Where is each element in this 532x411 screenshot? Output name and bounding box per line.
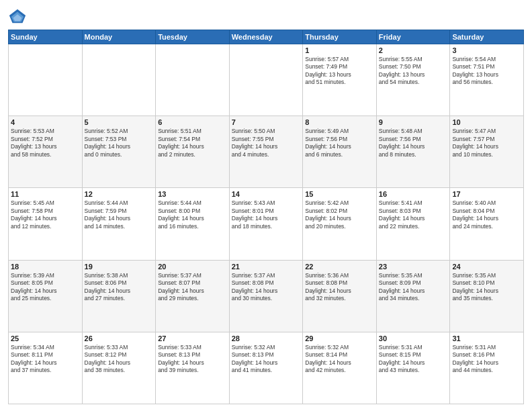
day-number: 16 (379, 190, 448, 198)
calendar-cell: 25Sunrise: 5:34 AM Sunset: 8:11 PM Dayli… (9, 332, 83, 404)
day-info: Sunrise: 5:40 AM Sunset: 8:04 PM Dayligh… (452, 199, 521, 230)
calendar-cell: 1Sunrise: 5:57 AM Sunset: 7:49 PM Daylig… (303, 44, 377, 116)
weekday-header-row: SundayMondayTuesdayWednesdayThursdayFrid… (9, 30, 524, 44)
calendar-cell: 27Sunrise: 5:33 AM Sunset: 8:13 PM Dayli… (156, 332, 230, 404)
calendar-row-3: 11Sunrise: 5:45 AM Sunset: 7:58 PM Dayli… (9, 188, 524, 260)
day-info: Sunrise: 5:44 AM Sunset: 7:59 PM Dayligh… (85, 199, 154, 230)
logo-icon (8, 7, 27, 26)
calendar-cell: 6Sunrise: 5:51 AM Sunset: 7:54 PM Daylig… (156, 116, 230, 188)
page-header (8, 7, 524, 26)
day-info: Sunrise: 5:52 AM Sunset: 7:53 PM Dayligh… (85, 128, 154, 158)
calendar-cell: 4Sunrise: 5:53 AM Sunset: 7:52 PM Daylig… (9, 116, 83, 188)
day-info: Sunrise: 5:44 AM Sunset: 8:00 PM Dayligh… (158, 199, 227, 230)
day-info: Sunrise: 5:31 AM Sunset: 8:16 PM Dayligh… (452, 344, 521, 375)
day-number: 4 (11, 118, 80, 126)
calendar-row-1: 1Sunrise: 5:57 AM Sunset: 7:49 PM Daylig… (9, 44, 524, 116)
calendar-cell: 14Sunrise: 5:43 AM Sunset: 8:01 PM Dayli… (229, 188, 303, 260)
day-info: Sunrise: 5:55 AM Sunset: 7:50 PM Dayligh… (379, 56, 448, 87)
day-info: Sunrise: 5:48 AM Sunset: 7:56 PM Dayligh… (379, 128, 448, 158)
day-number: 6 (158, 118, 227, 126)
day-info: Sunrise: 5:51 AM Sunset: 7:54 PM Dayligh… (158, 128, 227, 158)
day-number: 28 (232, 334, 301, 342)
calendar-cell: 17Sunrise: 5:40 AM Sunset: 8:04 PM Dayli… (450, 188, 524, 260)
weekday-header-wednesday: Wednesday (229, 30, 303, 44)
day-number: 7 (232, 118, 301, 126)
calendar-cell: 30Sunrise: 5:31 AM Sunset: 8:15 PM Dayli… (376, 332, 450, 404)
day-number: 17 (452, 190, 521, 198)
calendar-cell: 12Sunrise: 5:44 AM Sunset: 7:59 PM Dayli… (82, 188, 156, 260)
weekday-header-monday: Monday (82, 30, 156, 44)
calendar-cell: 31Sunrise: 5:31 AM Sunset: 8:16 PM Dayli… (450, 332, 524, 404)
day-number: 18 (11, 263, 80, 271)
day-info: Sunrise: 5:39 AM Sunset: 8:05 PM Dayligh… (11, 272, 80, 303)
calendar-cell: 15Sunrise: 5:42 AM Sunset: 8:02 PM Dayli… (303, 188, 377, 260)
calendar-row-2: 4Sunrise: 5:53 AM Sunset: 7:52 PM Daylig… (9, 116, 524, 188)
calendar-cell (9, 44, 83, 116)
day-number: 3 (452, 46, 521, 54)
calendar-cell: 29Sunrise: 5:32 AM Sunset: 8:14 PM Dayli… (303, 332, 377, 404)
day-info: Sunrise: 5:41 AM Sunset: 8:03 PM Dayligh… (379, 199, 448, 230)
calendar-cell: 11Sunrise: 5:45 AM Sunset: 7:58 PM Dayli… (9, 188, 83, 260)
day-number: 15 (305, 190, 374, 198)
day-info: Sunrise: 5:42 AM Sunset: 8:02 PM Dayligh… (305, 199, 374, 230)
day-number: 12 (85, 190, 154, 198)
day-number: 13 (158, 190, 227, 198)
day-info: Sunrise: 5:34 AM Sunset: 8:11 PM Dayligh… (11, 344, 80, 375)
calendar-cell: 22Sunrise: 5:36 AM Sunset: 8:08 PM Dayli… (303, 260, 377, 332)
calendar-cell: 10Sunrise: 5:47 AM Sunset: 7:57 PM Dayli… (450, 116, 524, 188)
calendar-row-4: 18Sunrise: 5:39 AM Sunset: 8:05 PM Dayli… (9, 260, 524, 332)
calendar-cell: 2Sunrise: 5:55 AM Sunset: 7:50 PM Daylig… (376, 44, 450, 116)
weekday-header-saturday: Saturday (450, 30, 524, 44)
day-number: 23 (379, 263, 448, 271)
calendar-cell: 26Sunrise: 5:33 AM Sunset: 8:12 PM Dayli… (82, 332, 156, 404)
day-info: Sunrise: 5:37 AM Sunset: 8:08 PM Dayligh… (232, 272, 301, 303)
day-info: Sunrise: 5:54 AM Sunset: 7:51 PM Dayligh… (452, 56, 521, 87)
day-info: Sunrise: 5:32 AM Sunset: 8:14 PM Dayligh… (305, 344, 374, 375)
day-info: Sunrise: 5:38 AM Sunset: 8:06 PM Dayligh… (85, 272, 154, 303)
day-info: Sunrise: 5:35 AM Sunset: 8:09 PM Dayligh… (379, 272, 448, 303)
calendar-row-5: 25Sunrise: 5:34 AM Sunset: 8:11 PM Dayli… (9, 332, 524, 404)
day-number: 29 (305, 334, 374, 342)
day-number: 30 (379, 334, 448, 342)
calendar-cell: 18Sunrise: 5:39 AM Sunset: 8:05 PM Dayli… (9, 260, 83, 332)
day-number: 2 (379, 46, 448, 54)
calendar-cell (156, 44, 230, 116)
weekday-header-thursday: Thursday (303, 30, 377, 44)
day-info: Sunrise: 5:33 AM Sunset: 8:12 PM Dayligh… (85, 344, 154, 375)
day-info: Sunrise: 5:35 AM Sunset: 8:10 PM Dayligh… (452, 272, 521, 303)
calendar-cell: 8Sunrise: 5:49 AM Sunset: 7:56 PM Daylig… (303, 116, 377, 188)
day-info: Sunrise: 5:37 AM Sunset: 8:07 PM Dayligh… (158, 272, 227, 303)
weekday-header-friday: Friday (376, 30, 450, 44)
day-info: Sunrise: 5:32 AM Sunset: 8:13 PM Dayligh… (232, 344, 301, 375)
calendar-cell: 19Sunrise: 5:38 AM Sunset: 8:06 PM Dayli… (82, 260, 156, 332)
day-number: 24 (452, 263, 521, 271)
day-number: 5 (85, 118, 154, 126)
day-info: Sunrise: 5:50 AM Sunset: 7:55 PM Dayligh… (232, 128, 301, 158)
day-number: 8 (305, 118, 374, 126)
day-number: 19 (85, 263, 154, 271)
day-number: 1 (305, 46, 374, 54)
day-number: 21 (232, 263, 301, 271)
calendar-cell: 23Sunrise: 5:35 AM Sunset: 8:09 PM Dayli… (376, 260, 450, 332)
calendar-cell (229, 44, 303, 116)
calendar-cell: 7Sunrise: 5:50 AM Sunset: 7:55 PM Daylig… (229, 116, 303, 188)
day-number: 26 (85, 334, 154, 342)
calendar-cell: 9Sunrise: 5:48 AM Sunset: 7:56 PM Daylig… (376, 116, 450, 188)
weekday-header-sunday: Sunday (9, 30, 83, 44)
day-number: 11 (11, 190, 80, 198)
page-container: SundayMondayTuesdayWednesdayThursdayFrid… (0, 0, 532, 411)
day-number: 10 (452, 118, 521, 126)
day-info: Sunrise: 5:45 AM Sunset: 7:58 PM Dayligh… (11, 199, 80, 230)
calendar-cell: 28Sunrise: 5:32 AM Sunset: 8:13 PM Dayli… (229, 332, 303, 404)
day-info: Sunrise: 5:53 AM Sunset: 7:52 PM Dayligh… (11, 128, 80, 158)
day-number: 31 (452, 334, 521, 342)
day-number: 14 (232, 190, 301, 198)
day-number: 25 (11, 334, 80, 342)
calendar-cell: 20Sunrise: 5:37 AM Sunset: 8:07 PM Dayli… (156, 260, 230, 332)
day-number: 20 (158, 263, 227, 271)
day-info: Sunrise: 5:33 AM Sunset: 8:13 PM Dayligh… (158, 344, 227, 375)
calendar-cell (82, 44, 156, 116)
day-info: Sunrise: 5:57 AM Sunset: 7:49 PM Dayligh… (305, 56, 374, 87)
day-number: 22 (305, 263, 374, 271)
calendar-cell: 5Sunrise: 5:52 AM Sunset: 7:53 PM Daylig… (82, 116, 156, 188)
